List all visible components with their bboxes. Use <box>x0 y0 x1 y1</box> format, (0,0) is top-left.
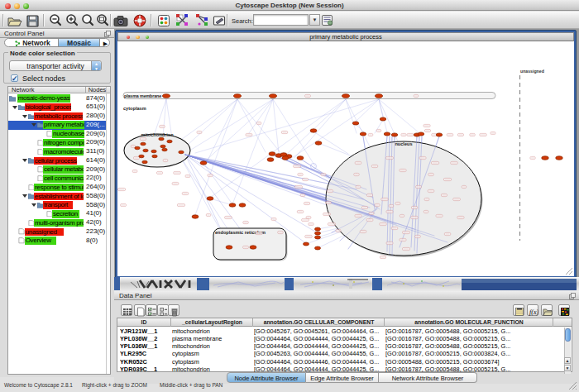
svg-text:mitochondrion: mitochondrion <box>141 132 174 137</box>
svg-text:cytoplasm: cytoplasm <box>123 106 146 111</box>
svg-text:unassigned: unassigned <box>520 69 544 74</box>
svg-text:f(x): f(x) <box>529 308 538 316</box>
svg-text:nucleus: nucleus <box>395 141 412 146</box>
svg-text:plasma membrane: plasma membrane <box>124 93 161 98</box>
